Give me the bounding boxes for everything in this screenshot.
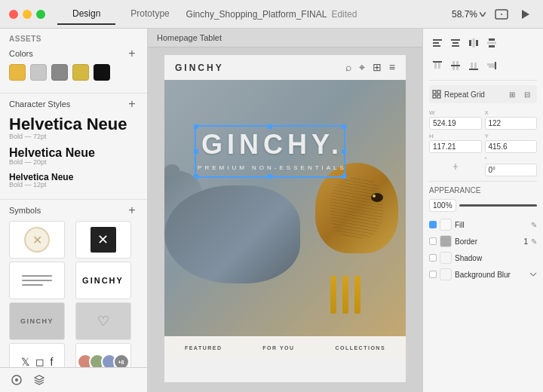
bg-blur-label: Background Blur <box>455 271 526 279</box>
align-top-icon[interactable] <box>429 57 446 74</box>
color-swatches <box>9 64 138 81</box>
svg-point-1 <box>501 14 502 15</box>
opacity-bar[interactable] <box>459 204 537 207</box>
svg-rect-21 <box>451 65 460 66</box>
color-mid-gray[interactable] <box>51 64 68 81</box>
appearance-header: APPEARANCE <box>429 186 537 194</box>
shadow-checkbox[interactable] <box>429 254 437 262</box>
align-left-icon[interactable] <box>429 35 446 51</box>
char-style-large-item[interactable]: Helvetica Neue Bold — 72pt <box>9 115 138 140</box>
symbol-close-dark[interactable]: ✕ <box>75 221 131 259</box>
color-black[interactable] <box>94 64 110 81</box>
tablet-frame: GINCHY ⌕ ⌖ ⊞ ≡ <box>164 55 406 382</box>
svg-rect-29 <box>437 90 440 93</box>
avatar-count: +8 <box>113 354 130 367</box>
facebook-icon: f <box>51 356 54 367</box>
align-center-icon[interactable] <box>447 35 464 51</box>
tab-prototype[interactable]: Prototype <box>115 4 184 25</box>
border-value: 1 <box>519 237 528 246</box>
border-swatch[interactable] <box>440 235 452 247</box>
symbol-ginchy-button[interactable]: GINCHY <box>9 302 65 340</box>
width-value[interactable]: 524.19 <box>429 117 482 130</box>
maximize-button[interactable] <box>36 10 45 19</box>
tab-design[interactable]: Design <box>57 4 115 25</box>
cart-icon[interactable]: ⊞ <box>373 61 382 74</box>
layers-icon[interactable] <box>32 372 47 387</box>
plugin-icon[interactable] <box>9 372 24 387</box>
svg-rect-5 <box>433 42 439 44</box>
svg-rect-15 <box>489 45 495 47</box>
fill-checkbox[interactable] <box>429 221 437 228</box>
distribute-vert-icon[interactable] <box>483 35 500 51</box>
minimize-button[interactable] <box>23 10 32 19</box>
align-bottom-icon[interactable] <box>465 57 482 74</box>
x-field: X 122 <box>485 109 538 130</box>
colors-label: Colors <box>9 49 33 58</box>
rotation-field: ° 0° <box>485 156 538 176</box>
color-gold[interactable] <box>72 64 89 81</box>
close-button[interactable] <box>9 10 18 19</box>
svg-point-3 <box>15 378 18 381</box>
chevron-down-icon <box>480 12 486 17</box>
add-symbol-button[interactable]: + <box>126 204 138 216</box>
symbol-avatars[interactable]: +8 <box>75 343 131 367</box>
close-circle-icon: ✕ <box>24 227 50 253</box>
y-label: Y <box>485 133 538 139</box>
rhino-body <box>164 185 300 283</box>
color-yellow[interactable] <box>9 64 26 81</box>
align-right-icon[interactable] <box>483 57 500 74</box>
width-label: W <box>429 109 482 116</box>
x-value[interactable]: 122 <box>485 117 538 130</box>
canvas-label: Homepage Tablet <box>148 29 422 47</box>
close-dark-icon: ✕ <box>90 227 116 253</box>
constrain-proportions-icon[interactable] <box>451 162 460 171</box>
char-style-medium-item[interactable]: Helvetica Neue Bold — 20pt <box>9 146 138 166</box>
symbol-social-icons[interactable]: 𝕏 ◻ f <box>9 343 65 367</box>
border-edit-icon[interactable]: ✎ <box>531 237 537 246</box>
rg-copy-icon[interactable]: ⊞ <box>505 87 519 101</box>
fill-edit-icon[interactable]: ✎ <box>531 221 537 229</box>
zoom-value: 58.7% <box>452 9 477 20</box>
avatars-group: +8 <box>77 354 130 367</box>
symbol-close-circle[interactable]: ✕ <box>9 221 65 259</box>
char-style-small-size: Bold — 12pt <box>9 181 138 188</box>
bg-blur-checkbox[interactable] <box>429 271 437 278</box>
rotation-value[interactable]: 0° <box>485 164 538 176</box>
search-icon[interactable]: ⌕ <box>345 61 351 74</box>
symbol-heart-button[interactable]: ♡ <box>75 302 131 340</box>
char-style-small-item[interactable]: Helvetica Neue Bold — 12pt <box>9 172 138 188</box>
fill-swatch[interactable] <box>440 219 452 231</box>
svg-rect-27 <box>489 66 495 68</box>
appearance-section: APPEARANCE 100% Fill ✎ Border <box>429 186 537 283</box>
svg-rect-4 <box>433 39 442 41</box>
footer-nav-collections[interactable]: COLLECTIONS <box>329 342 391 354</box>
footer-nav-for-you[interactable]: FOR YOU <box>256 342 300 354</box>
opacity-fill <box>459 204 537 207</box>
canvas-content[interactable]: GINCHY ⌕ ⌖ ⊞ ≡ <box>148 47 422 390</box>
height-value[interactable]: 117.21 <box>429 140 482 153</box>
symbol-ginchy-logo[interactable]: GINCHY <box>75 262 131 299</box>
color-light-gray[interactable] <box>30 64 47 81</box>
opacity-value[interactable]: 100% <box>429 199 456 212</box>
footer-nav-featured[interactable]: FEATURED <box>179 342 229 354</box>
add-char-style-button[interactable]: + <box>126 98 138 110</box>
align-middle-icon[interactable] <box>447 57 464 74</box>
add-color-button[interactable]: + <box>126 47 138 60</box>
distribute-horiz-icon[interactable] <box>465 35 482 51</box>
right-panel: Repeat Grid ⊞ ⊟ W 524.19 X 122 <box>422 29 543 392</box>
height-label: H <box>429 133 482 139</box>
device-preview-icon[interactable] <box>493 6 510 23</box>
symbol-hamburger[interactable] <box>9 262 65 299</box>
zoom-display[interactable]: 58.7% <box>452 9 486 20</box>
y-value[interactable]: 415.6 <box>485 140 538 153</box>
symbols-grid: ✕ ✕ GI <box>9 221 138 367</box>
hamburger-line-3 <box>22 284 43 286</box>
rg-ungroup-icon[interactable]: ⊟ <box>520 87 534 101</box>
play-icon[interactable] <box>517 6 534 23</box>
height-field: H 117.21 <box>429 133 482 153</box>
rotation-label: ° <box>485 156 538 163</box>
menu-icon[interactable]: ≡ <box>389 61 395 74</box>
chevron-down-small-icon <box>529 271 537 277</box>
border-checkbox[interactable] <box>429 237 437 245</box>
user-icon[interactable]: ⌖ <box>359 61 365 74</box>
